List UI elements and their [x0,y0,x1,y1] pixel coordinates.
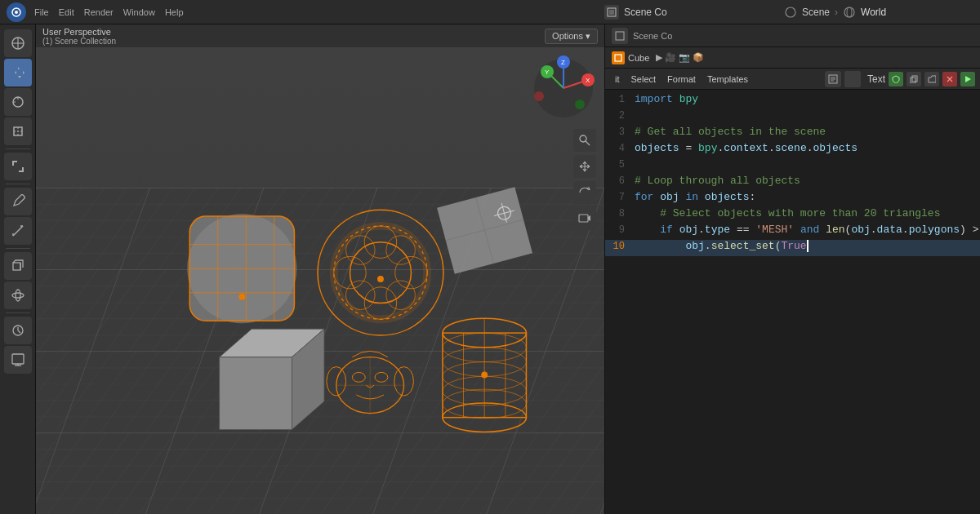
code-line-6: 6 # Loop through all objects [605,175,980,191]
transform-tool[interactable] [4,153,32,180]
code-line-7: 7 for obj in objects: [605,191,980,207]
rotate-tool[interactable] [4,88,32,116]
toolbar-divider-4 [6,312,30,313]
code-line-8: 8 # Select objects with more than 20 tri… [605,207,980,224]
flat-plane [437,187,532,273]
svg-point-16 [12,293,24,298]
menu-file[interactable]: File [34,7,49,17]
measure-tool[interactable] [4,217,32,245]
viewport[interactable]: User Perspective (1) Scene Collection Op… [36,24,604,514]
svg-point-1 [15,11,18,14]
svg-point-61 [352,372,365,382]
monkey-head [327,351,414,413]
code-line-10: 10 obj.select_set(True [605,240,980,256]
vp-rotate-tool[interactable] [573,181,596,204]
viewport-info: User Perspective (1) Scene Collection [42,27,116,46]
rounded-cube [187,214,296,323]
svg-rect-19 [12,354,24,364]
svg-point-34 [238,294,245,300]
cube-selector-row: Cube ▶ 🎥 📷 📦 [605,47,980,69]
cube-label: Cube [628,53,649,63]
cursor-tool[interactable] [4,29,32,57]
rotate-3d-tool[interactable] [4,281,32,309]
cylinder [443,318,527,432]
code-line-3: 3 # Get all objects in the scene [605,126,980,142]
cube-icon [612,51,625,64]
svg-point-4 [786,7,795,17]
code-line-4: 4 objects = bpy.context.scene.objects [605,142,980,158]
code-line-9: 9 if obj.type == 'MESH' and len(obj.data… [605,224,980,240]
folder-icon[interactable] [924,72,939,86]
toolbar-divider-1 [6,148,30,149]
scene-3d: X Y Z [36,47,604,514]
vp-zoom-tool[interactable] [573,129,596,152]
top-bar: File Edit Render Window Help Scene Co Sc… [0,0,980,24]
toolbar-divider-2 [6,184,30,184]
code-line-2: 2 [605,109,980,126]
close-icon[interactable] [942,72,957,86]
scene-breadcrumb-icon [784,6,797,19]
svg-point-91 [580,135,586,142]
svg-rect-101 [911,78,915,83]
toolbar-divider-3 [6,248,30,249]
cube-solid [220,329,324,429]
svg-point-78 [481,371,488,378]
breadcrumb-sep: › [835,7,838,18]
add-cube-tool[interactable] [4,252,32,280]
editor-type-icon[interactable] [825,71,841,87]
vp-pan-tool[interactable] [573,155,596,178]
menu-templates[interactable]: Templates [702,73,753,86]
code-panel: Scene Co Cube ▶ 🎥 📷 📦 it Select Format T… [604,24,980,514]
viewport-gizmo[interactable]: X Y Z [531,55,596,121]
annotate-tool[interactable] [4,188,32,215]
scene-icon [604,5,619,20]
world-label: World [861,7,886,18]
cube-icons-row: ▶ 🎥 📷 📦 [656,52,704,63]
svg-marker-105 [965,76,971,82]
svg-rect-102 [912,76,917,82]
svg-point-5 [844,7,854,17]
move-tool[interactable] [4,59,32,86]
svg-text:X: X [586,77,590,84]
code-line-1: 1 import bpy [605,93,980,109]
svg-point-62 [375,372,388,382]
svg-line-92 [586,141,590,145]
scene-collection-area: Scene Co [604,5,667,20]
scale-tool[interactable] [4,117,32,145]
svg-text:Y: Y [545,69,550,76]
menu-window[interactable]: Window [123,7,155,17]
menu-select[interactable]: Select [626,73,662,86]
check-icon [844,71,861,87]
output-tool[interactable] [4,346,32,374]
svg-point-36 [350,242,411,304]
svg-rect-96 [615,55,621,61]
left-toolbar [0,24,36,514]
world-icon [843,6,856,19]
svg-point-90 [575,100,585,109]
text-label: Text [867,73,885,85]
torus [318,210,443,335]
code-editor[interactable]: 1 import bpy 2 3 # Get all objects in th… [605,90,980,514]
blender-logo[interactable] [7,2,26,22]
shield-icon[interactable] [889,72,903,86]
viewport-header: User Perspective (1) Scene Collection Op… [36,24,604,47]
svg-text:Z: Z [561,59,565,66]
viewport-right-tools [573,129,596,230]
code-header-btn-1[interactable] [612,28,628,44]
top-bar-left: File Edit Render Window Help [0,2,184,22]
main-area: User Perspective (1) Scene Collection Op… [0,24,980,514]
svg-rect-93 [579,215,588,222]
svg-rect-54 [220,357,292,430]
history-tool[interactable] [4,317,32,344]
menu-render[interactable]: Render [84,7,114,17]
vp-camera-tool[interactable] [573,207,596,230]
svg-rect-15 [13,263,20,270]
menu-help[interactable]: Help [165,7,184,17]
options-button[interactable]: Options ▾ [545,29,598,44]
menu-it[interactable]: it [610,73,625,86]
copy-icon[interactable] [906,72,921,86]
run-script-button[interactable] [960,72,975,86]
menu-format[interactable]: Format [662,73,701,86]
svg-point-47 [377,276,384,282]
menu-edit[interactable]: Edit [59,7,74,17]
